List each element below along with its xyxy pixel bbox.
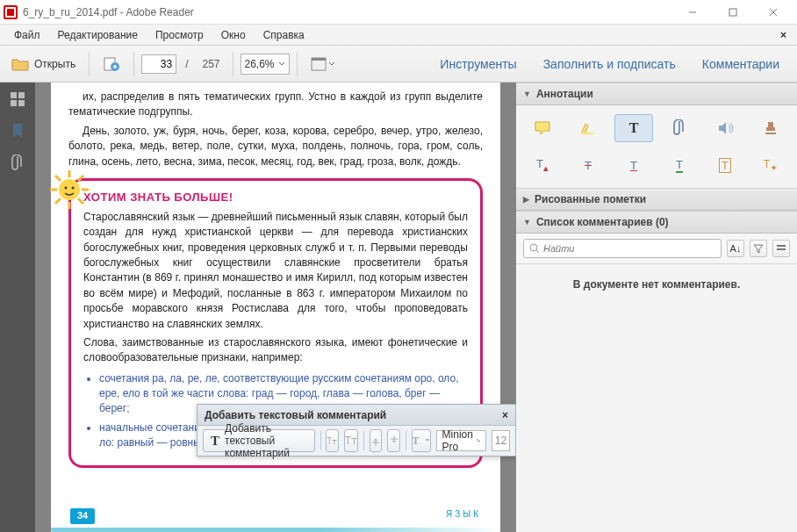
add-text-label: Добавить текстовый комментарий <box>225 422 307 459</box>
minimize-button[interactable] <box>672 0 713 25</box>
menu-help[interactable]: Справка <box>255 26 313 44</box>
svg-rect-4 <box>729 9 736 16</box>
search-icon <box>529 243 540 254</box>
section-label: Список комментариев (0) <box>536 216 669 228</box>
section-drawn[interactable]: ▶ Рисованные пометки <box>516 188 797 211</box>
thumbnails-icon[interactable] <box>10 91 25 107</box>
svg-line-29 <box>536 250 539 253</box>
doc-paragraph: их, распределив в пять тематических груп… <box>68 90 483 120</box>
text-color-button[interactable]: T <box>412 429 431 452</box>
page-number-badge: 34 <box>70 508 95 524</box>
close-icon[interactable]: × <box>502 409 508 421</box>
open-label: Открыть <box>34 58 75 70</box>
options-button[interactable] <box>772 240 790 257</box>
svg-point-28 <box>530 244 537 251</box>
record-audio-tool[interactable] <box>706 114 744 142</box>
app-icon <box>4 5 18 19</box>
add-text-tool[interactable]: T <box>614 114 653 142</box>
section-annotations[interactable]: ▼ Аннотации <box>516 83 797 105</box>
chevron-down-icon: ▼ <box>523 218 531 226</box>
open-button[interactable]: Открыть <box>5 51 82 77</box>
search-input[interactable] <box>543 243 715 254</box>
chevron-down-icon: ▼ <box>523 90 531 98</box>
filter-button[interactable] <box>750 240 767 257</box>
doc-paragraph: День, золото, уж, буря, ночь, берег, коз… <box>68 124 483 169</box>
svg-line-20 <box>55 176 61 181</box>
close-button[interactable] <box>753 0 793 25</box>
menu-window[interactable]: Окно <box>212 26 255 44</box>
page-section: ЯЗЫК <box>446 508 481 524</box>
svg-line-21 <box>78 198 83 204</box>
sidebar-rail <box>0 83 35 532</box>
create-pdf-button[interactable] <box>97 51 126 77</box>
page-sep: / <box>180 58 193 70</box>
fill-sign-button[interactable]: Заполнить и подписать <box>531 49 688 79</box>
attach-file-tool[interactable] <box>660 114 699 142</box>
stamp-tool[interactable] <box>751 114 790 142</box>
page-total: 257 <box>197 58 225 70</box>
menu-edit[interactable]: Редактирование <box>49 26 147 44</box>
menu-close-icon[interactable]: × <box>775 27 792 43</box>
toolbar: Открыть / 257 26,6% Инструменты Заполнит… <box>0 46 797 83</box>
maximize-button[interactable] <box>713 0 753 25</box>
document-area[interactable]: их, распределив в пять тематических груп… <box>35 83 516 532</box>
highlight-tool[interactable] <box>569 114 607 142</box>
empty-comments-message: В документе нет комментариев. <box>516 264 797 305</box>
font-size: 12 <box>495 435 506 447</box>
svg-rect-2 <box>7 9 14 16</box>
text-callout-tool[interactable]: T✦ <box>751 151 790 179</box>
tools-button[interactable]: Инструменты <box>427 49 528 79</box>
font-larger-button[interactable]: Tᴛ <box>344 429 358 452</box>
svg-rect-10 <box>312 58 326 61</box>
menu-view[interactable]: Просмотр <box>147 26 212 44</box>
svg-rect-30 <box>777 245 786 247</box>
callout-text: Старославянский язык — древнейший письме… <box>83 210 468 332</box>
svg-rect-13 <box>11 100 17 106</box>
search-box[interactable] <box>523 239 722 258</box>
section-label: Аннотации <box>536 88 593 100</box>
strikethrough-tool[interactable]: T <box>569 151 607 179</box>
menubar: Файл Редактирование Просмотр Окно Справк… <box>0 25 797 46</box>
section-label: Рисованные пометки <box>535 193 646 205</box>
font-smaller-button[interactable]: Tᴛ <box>326 429 339 452</box>
comments-panel: ▼ Аннотации T T▴ T T T T T✦ ▶ Рисованные… <box>516 83 797 532</box>
svg-rect-26 <box>581 133 593 134</box>
sticky-note-tool[interactable] <box>523 114 562 142</box>
text-icon: T <box>211 434 219 449</box>
svg-rect-12 <box>18 92 25 98</box>
section-comments-list[interactable]: ▼ Список комментариев (0) <box>516 211 797 234</box>
add-text-comment-button[interactable]: T Добавить текстовый комментарий <box>203 429 315 452</box>
comments-button[interactable]: Комментарии <box>690 49 792 79</box>
page-number-input[interactable] <box>141 54 176 74</box>
menu-file[interactable]: Файл <box>5 26 49 44</box>
text-box-tool[interactable]: T <box>706 151 744 179</box>
callout-title: ХОТИМ ЗНАТЬ БОЛЬШЕ! <box>83 190 468 206</box>
font-select[interactable]: Minion Pro <box>436 430 486 451</box>
page-footer: 34 ЯЗЫК <box>68 508 483 524</box>
zoom-combo[interactable]: 26,6% <box>241 54 290 75</box>
sun-icon <box>48 169 90 211</box>
svg-line-23 <box>55 198 61 204</box>
font-size-select[interactable]: 12 <box>492 430 510 451</box>
svg-point-25 <box>72 186 75 189</box>
sort-button[interactable]: A↓ <box>727 240 744 257</box>
underline-tool[interactable]: T <box>614 151 653 179</box>
window-title: 6_ry_b_ru_2014.pdf - Adobe Reader <box>23 6 672 18</box>
folder-icon <box>11 57 29 71</box>
attachment-icon[interactable] <box>11 155 24 172</box>
svg-rect-11 <box>11 92 17 98</box>
replace-text-tool[interactable]: T <box>660 151 699 179</box>
insert-text-tool[interactable]: T▴ <box>523 151 562 179</box>
line-up-button[interactable] <box>370 429 383 452</box>
chevron-right-icon: ▶ <box>523 195 529 204</box>
comments-search-row: A↓ <box>516 234 797 264</box>
callout-text: Слова, заимствованные из старославянског… <box>83 335 468 366</box>
read-mode-button[interactable] <box>305 51 341 77</box>
svg-point-15 <box>59 179 80 200</box>
line-down-button[interactable] <box>387 429 400 452</box>
svg-rect-31 <box>777 248 786 250</box>
float-title: Добавить текстовый комментарий <box>205 409 386 421</box>
bookmark-icon[interactable] <box>11 123 24 139</box>
font-name: Minion Pro <box>442 428 476 453</box>
pdf-page: их, распределив в пять тематических груп… <box>51 83 500 532</box>
